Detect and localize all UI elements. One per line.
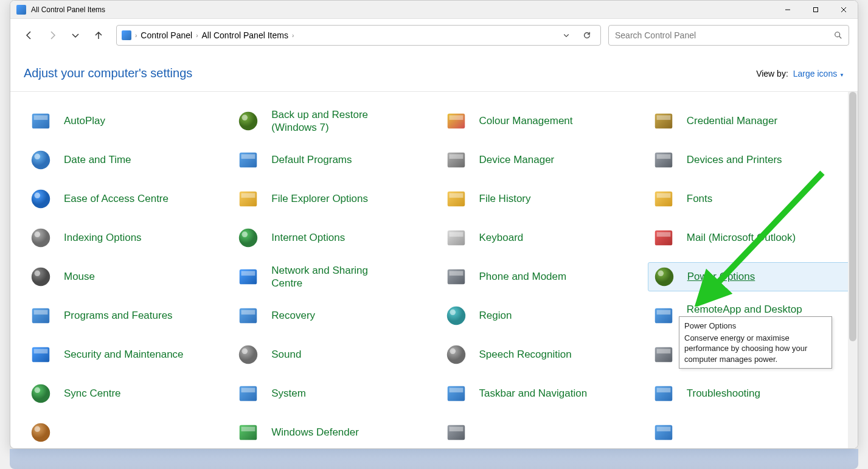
cpl-item-autoplay[interactable]: AutoPlay (25, 106, 227, 136)
cpl-item-filehist[interactable]: File History (440, 184, 643, 214)
svg-point-30 (32, 229, 50, 247)
cpl-item-label: Ease of Access Centre (64, 192, 168, 205)
svg-rect-41 (241, 271, 255, 276)
cpl-item-security[interactable]: Security and Maintenance (25, 340, 227, 369)
cpl-item-troubleshoot[interactable]: Troubleshooting (648, 379, 850, 408)
cpl-item-mobility[interactable] (440, 418, 643, 447)
minimize-button[interactable] (774, 1, 802, 18)
cpl-item-taskbar[interactable]: Taskbar and Navigation (440, 379, 643, 408)
useraccounts-icon (29, 420, 53, 445)
cpl-item-label: Mouse (64, 270, 95, 283)
cpl-item-label: Programs and Features (64, 309, 173, 322)
cpl-item-system[interactable]: System (232, 379, 435, 408)
cpl-item-sync[interactable]: Sync Centre (25, 379, 227, 408)
svg-rect-17 (241, 155, 255, 159)
forward-button[interactable] (42, 25, 63, 46)
cpl-item-colour[interactable]: Colour Management (440, 106, 643, 136)
cpl-item-backup[interactable]: Back up and Restore (Windows 7) (232, 106, 435, 136)
vertical-scrollbar[interactable] (848, 92, 858, 448)
svg-rect-55 (34, 349, 48, 354)
tooltip-body: Conserve energy or maximise performance … (684, 333, 827, 365)
svg-point-22 (32, 190, 50, 208)
cpl-item-datetime[interactable]: Date and Time (25, 145, 227, 175)
cpl-item-internet[interactable]: Internet Options (232, 223, 435, 252)
security-icon (29, 342, 53, 367)
cpl-item-programs[interactable]: Programs and Features (25, 301, 227, 330)
cpl-item-label: Recovery (271, 309, 315, 322)
cpl-item-label: System (271, 387, 306, 400)
breadcrumb-current[interactable]: All Control Panel Items› (202, 30, 294, 40)
sync-icon (29, 381, 53, 406)
datetime-icon (29, 148, 53, 172)
cpl-item-devicemgr[interactable]: Device Manager (440, 145, 643, 175)
cpl-item-network[interactable]: Network and Sharing Centre (232, 262, 435, 291)
programs-icon (29, 304, 53, 328)
cpl-item-fonts[interactable]: Fonts (648, 184, 850, 214)
search-input[interactable] (615, 30, 834, 40)
cpl-item-indexing[interactable]: Indexing Options (25, 223, 227, 252)
breadcrumb-root[interactable]: Control Panel› (141, 30, 198, 40)
close-button[interactable] (830, 1, 858, 18)
svg-point-56 (239, 346, 257, 364)
fileexp-icon (236, 187, 260, 211)
svg-point-8 (239, 112, 257, 130)
cpl-item-fileexp[interactable]: File Explorer Options (232, 184, 435, 214)
devprint-icon (651, 148, 676, 172)
header-row: Adjust your computer's settings View by:… (10, 52, 858, 92)
cpl-item-sound[interactable]: Sound (232, 340, 435, 369)
cpl-item-label: AutoPlay (64, 114, 105, 127)
navigation-bar: › Control Panel› All Control Panel Items… (10, 19, 858, 52)
cpl-item-power[interactable]: Power Options (648, 262, 850, 291)
svg-rect-27 (449, 193, 463, 198)
cpl-item-region[interactable]: Region (440, 301, 643, 330)
viewby-dropdown[interactable]: Large icons ▼ (793, 69, 844, 78)
svg-point-31 (35, 232, 41, 238)
up-button[interactable] (88, 25, 109, 46)
autoplay-icon (29, 109, 53, 133)
svg-rect-11 (449, 116, 463, 120)
cpl-item-credential[interactable]: Credential Manager (648, 106, 850, 136)
cpl-item-mail[interactable]: Mail (Microsoft Outlook) (648, 223, 850, 252)
svg-rect-43 (449, 271, 463, 276)
address-dropdown-button[interactable] (558, 27, 575, 44)
devicemgr-icon (444, 148, 468, 172)
back-button[interactable] (19, 25, 40, 46)
refresh-button[interactable] (578, 27, 595, 44)
cpl-item-phone[interactable]: Phone and Modem (440, 262, 643, 291)
cpl-item-label: Windows Defender (271, 426, 359, 439)
cpl-item-label: Power Options (687, 270, 755, 283)
svg-rect-65 (241, 388, 255, 393)
taskbar-peek (10, 449, 858, 469)
maximize-button[interactable] (802, 1, 830, 18)
search-box[interactable] (608, 25, 849, 46)
cpl-item-defender[interactable]: Windows Defender (232, 418, 435, 447)
cpl-item-label: Indexing Options (64, 231, 142, 244)
cpl-item-label: Date and Time (64, 153, 131, 166)
cpl-item-speech[interactable]: Speech Recognition (440, 340, 643, 369)
svg-rect-35 (449, 232, 463, 237)
filehist-icon (444, 187, 468, 211)
recovery-icon (236, 304, 260, 328)
troubleshoot-icon (651, 381, 676, 406)
svg-point-63 (35, 387, 41, 394)
cpl-item-recovery[interactable]: Recovery (232, 301, 435, 330)
cpl-item-ease[interactable]: Ease of Access Centre (25, 184, 227, 214)
svg-point-14 (32, 151, 50, 169)
remoteapp-icon (651, 304, 676, 328)
cpl-item-label: Default Programs (271, 153, 352, 166)
cpl-item-defaultprog[interactable]: Default Programs (232, 145, 435, 175)
address-bar[interactable]: › Control Panel› All Control Panel Items… (116, 25, 601, 46)
recent-button[interactable] (65, 25, 86, 46)
cpl-item-mouse[interactable]: Mouse (25, 262, 227, 291)
cpl-item-devprint[interactable]: Devices and Printers (648, 145, 850, 175)
colour-icon (444, 109, 468, 133)
cpl-item-useraccounts[interactable] (25, 418, 227, 447)
scrollbar-thumb[interactable] (849, 92, 856, 341)
cpl-item-wintools[interactable] (648, 418, 850, 447)
system-icon (236, 381, 260, 406)
speech-icon (444, 342, 468, 367)
cpl-item-keyboard[interactable]: Keyboard (440, 223, 643, 252)
window-title: All Control Panel Items (31, 5, 774, 14)
svg-rect-21 (656, 155, 670, 159)
svg-point-44 (655, 268, 673, 286)
